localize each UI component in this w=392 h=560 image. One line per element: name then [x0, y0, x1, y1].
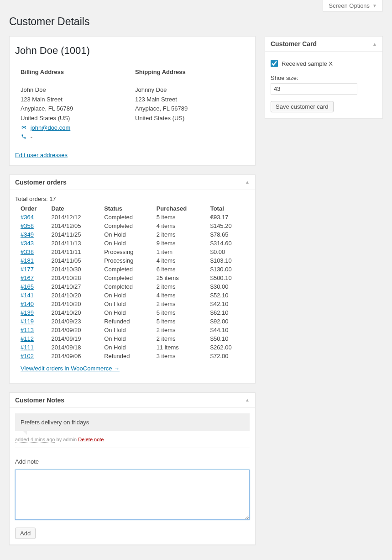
chevron-down-icon: ▼ [372, 3, 377, 8]
order-link[interactable]: #338 [21, 248, 34, 255]
card-box-header[interactable]: Customer Card ▲ [265, 37, 382, 52]
order-date: 2014/09/18 [51, 343, 104, 352]
order-status: On Hold [104, 326, 156, 334]
order-purchased: 4 items [157, 256, 210, 265]
order-date: 2014/11/25 [51, 230, 104, 239]
order-purchased: 11 items [157, 343, 210, 352]
order-total: $30.00 [210, 282, 250, 291]
mail-icon: ✉ [21, 123, 27, 133]
order-purchased: 4 items [157, 222, 210, 230]
billing-email-link[interactable]: john@doe.com [31, 124, 71, 131]
note-added-time: added 4 mins ago [15, 437, 55, 443]
order-total: $500.10 [210, 274, 250, 282]
table-row: #1192014/09/23Refunded5 items$92.00 [21, 317, 250, 326]
order-date: 2014/10/20 [51, 291, 104, 300]
order-total: $103.10 [210, 256, 250, 265]
table-row: #1672014/10/28Completed25 items$500.10 [21, 274, 250, 282]
order-link[interactable]: #358 [21, 222, 34, 229]
order-status: Completed [104, 282, 156, 291]
table-row: #1392014/10/20On Hold5 items$62.10 [21, 308, 250, 317]
order-link[interactable]: #102 [21, 353, 34, 359]
order-total: $42.10 [210, 300, 250, 308]
order-link[interactable]: #343 [21, 240, 34, 247]
order-link[interactable]: #111 [21, 344, 34, 351]
order-link[interactable]: #141 [21, 292, 34, 299]
order-link[interactable]: #119 [21, 318, 34, 325]
billing-address: Billing Address John Doe 123 Main Street… [21, 68, 135, 143]
table-row: #1412014/10/20On Hold4 items$52.10 [21, 291, 250, 300]
order-status: Refunded [104, 352, 156, 360]
col-total: Total [210, 204, 250, 213]
order-status: On Hold [104, 230, 156, 239]
table-row: #3642014/12/12Completed5 items€93.17 [21, 213, 250, 222]
billing-phone: - [31, 134, 32, 141]
order-date: 2014/11/11 [51, 248, 104, 256]
order-link[interactable]: #349 [21, 231, 34, 238]
order-link[interactable]: #112 [21, 335, 34, 342]
order-date: 2014/10/20 [51, 300, 104, 308]
add-note-button[interactable]: Add [15, 528, 36, 539]
billing-line1: 123 Main Street [21, 95, 135, 105]
order-purchased: 9 items [157, 239, 210, 248]
order-status: Completed [104, 274, 156, 282]
order-total: $262.00 [210, 343, 250, 352]
table-row: #3492014/11/25On Hold2 items$78.65 [21, 230, 250, 239]
shipping-address: Shipping Address Johnny Doe 123 Main Str… [135, 68, 250, 143]
order-link[interactable]: #113 [21, 327, 34, 333]
order-link[interactable]: #139 [21, 309, 34, 316]
note-by: by admin [55, 437, 78, 442]
order-purchased: 2 items [157, 300, 210, 308]
collapse-icon[interactable]: ▲ [372, 42, 377, 47]
order-link[interactable]: #165 [21, 283, 34, 290]
order-purchased: 5 items [157, 213, 210, 222]
order-status: Processing [104, 248, 156, 256]
received-sample-checkbox[interactable] [271, 60, 278, 67]
order-date: 2014/09/19 [51, 334, 104, 343]
order-link[interactable]: #177 [21, 266, 34, 273]
order-total: €93.17 [210, 213, 250, 222]
customer-card-box: Customer Card ▲ Received sample X Shoe s… [265, 36, 383, 118]
edit-addresses-link[interactable]: Edit user addresses [10, 148, 255, 165]
notes-box-header[interactable]: Customer Notes ▲ [10, 393, 255, 408]
order-date: 2014/11/05 [51, 256, 104, 265]
screen-options-toggle[interactable]: Screen Options ▼ [323, 0, 383, 12]
order-link[interactable]: #364 [21, 214, 34, 221]
order-link[interactable]: #140 [21, 301, 34, 307]
billing-heading: Billing Address [21, 68, 135, 77]
order-status: On Hold [104, 308, 156, 317]
order-total: $130.00 [210, 265, 250, 274]
add-note-textarea[interactable] [15, 470, 250, 520]
order-date: 2014/12/12 [51, 213, 104, 222]
order-purchased: 4 items [157, 291, 210, 300]
order-total: $92.00 [210, 317, 250, 326]
orders-box-title: Customer orders [15, 179, 67, 186]
table-row: #3432014/11/13On Hold9 items$314.60 [21, 239, 250, 248]
table-row: #3582014/12/05Completed4 items$145.20 [21, 222, 250, 230]
shoe-size-input[interactable] [271, 83, 357, 95]
order-total: $50.10 [210, 334, 250, 343]
order-date: 2014/09/20 [51, 326, 104, 334]
view-orders-link[interactable]: View/edit orders in WooCommerce → [15, 360, 250, 377]
order-total: $52.10 [210, 291, 250, 300]
order-total: $145.20 [210, 222, 250, 230]
order-link[interactable]: #167 [21, 275, 34, 281]
table-row: #1652014/10/27Completed2 items$30.00 [21, 282, 250, 291]
order-purchased: 5 items [157, 308, 210, 317]
shipping-name: Johnny Doe [135, 85, 250, 95]
order-status: Completed [104, 222, 156, 230]
collapse-icon[interactable]: ▲ [245, 397, 250, 402]
order-link[interactable]: #181 [21, 257, 34, 264]
col-status: Status [104, 204, 156, 213]
order-date: 2014/10/30 [51, 265, 104, 274]
orders-box-header[interactable]: Customer orders ▲ [10, 175, 255, 190]
order-purchased: 2 items [157, 230, 210, 239]
order-status: Completed [104, 265, 156, 274]
note-item: Prefers delivery on fridays [15, 413, 250, 431]
delete-note-link[interactable]: Delete note [78, 437, 104, 442]
col-date: Date [51, 204, 104, 213]
customer-details-box: John Doe (1001) Billing Address John Doe… [9, 36, 256, 165]
save-customer-card-button[interactable]: Save customer card [271, 101, 334, 112]
col-order: Order [21, 204, 51, 213]
note-text: Prefers delivery on fridays [21, 419, 89, 426]
collapse-icon[interactable]: ▲ [245, 180, 250, 185]
